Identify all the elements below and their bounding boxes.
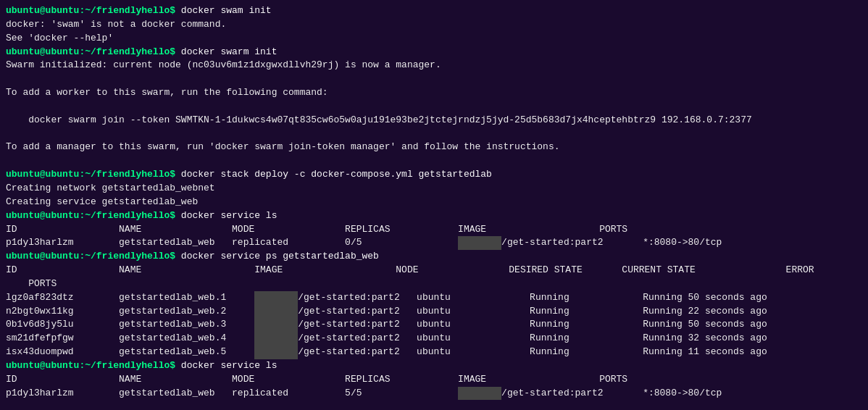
prompt-2: ubuntu@ubuntu:~/friendlyhello$ <box>6 46 175 57</box>
table-row-ps-1: lgz0af823dtz getstartedlab_web.1 /get-st… <box>6 292 767 303</box>
output-2: See 'docker --help' <box>6 33 113 43</box>
table-row-ps-3: 0b1v6d8jy5lu getstartedlab_web.3 /get-st… <box>6 319 767 330</box>
cmd-4: docker service ls <box>175 210 277 221</box>
table-row-ls-1: p1dyl3harlzm getstartedlab_web replicate… <box>6 237 722 248</box>
table-row-ls-2: p1dyl3harlzm getstartedlab_web replicate… <box>6 388 722 398</box>
terminal-content: ubuntu@ubuntu:~/friendlyhello$ docker sw… <box>6 4 862 400</box>
output-5: docker swarm join --token SWMTKN-1-1dukw… <box>6 114 752 125</box>
output-6: To add a manager to this swarm, run 'doc… <box>6 141 560 152</box>
cmd-1: docker swam init <box>175 5 272 16</box>
output-7: Creating network getstartedlab_webnet <box>6 183 215 193</box>
prompt-5: ubuntu@ubuntu:~/friendlyhello$ <box>6 251 175 262</box>
table-header-ls-2: ID NAME MODE REPLICAS IMAGE PORTS <box>6 374 627 385</box>
cmd-6: docker service ls <box>175 360 277 371</box>
output-4: To add a worker to this swarm, run the f… <box>6 87 328 98</box>
cmd-2: docker swarm init <box>175 46 277 57</box>
output-8: Creating service getstartedlab_web <box>6 196 198 207</box>
table-header-ps: ID NAME IMAGE NODE DESIRED STATE CURRENT… <box>6 264 814 275</box>
table-row-ps-2: n2bgt0wx11kg getstartedlab_web.2 /get-st… <box>6 306 767 317</box>
cmd-3: docker stack deploy -c docker-compose.ym… <box>175 169 492 180</box>
terminal: ubuntu@ubuntu:~/friendlyhello$ docker sw… <box>6 4 862 410</box>
output-1: docker: 'swam' is not a docker command. <box>6 19 226 30</box>
prompt-4: ubuntu@ubuntu:~/friendlyhello$ <box>6 210 175 221</box>
table-sub-header: PORTS <box>6 278 57 289</box>
table-row-ps-4: sm21dfefpfgw getstartedlab_web.4 /get-st… <box>6 332 767 343</box>
prompt-1: ubuntu@ubuntu:~/friendlyhello$ <box>6 5 175 16</box>
table-row-ps-5: isx43duompwd getstartedlab_web.5 /get-st… <box>6 346 767 357</box>
output-3: Swarm initialized: current node (nc03uv6… <box>6 59 441 70</box>
prompt-6: ubuntu@ubuntu:~/friendlyhello$ <box>6 360 175 371</box>
table-header-ls-1: ID NAME MODE REPLICAS IMAGE PORTS <box>6 224 627 235</box>
prompt-3: ubuntu@ubuntu:~/friendlyhello$ <box>6 169 175 180</box>
cmd-5: docker service ps getstartedlab_web <box>175 251 379 262</box>
